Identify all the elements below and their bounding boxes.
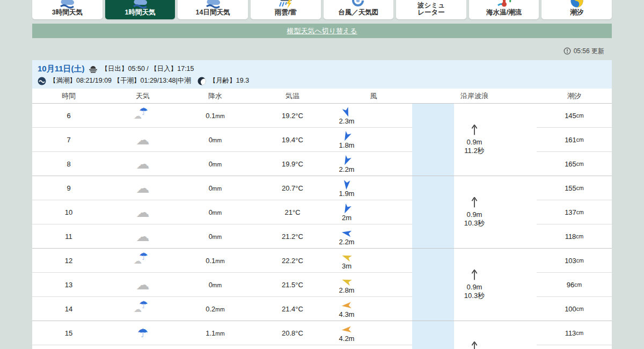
weather-14d-icon bbox=[204, 0, 222, 9]
day-header: 10月11日(土) 【日出】05:50 / 【日入】17:15 【満潮】08:2… bbox=[32, 60, 612, 89]
column-header: 気温 bbox=[250, 91, 335, 101]
forecast-group: 9☁0mm20.7°C1.9m10☁0mm21°C2m11☁0mm21.2°C2… bbox=[32, 176, 612, 249]
table-row: 6☁☂0.1mm19.2°C2.3m bbox=[32, 104, 412, 128]
time-cell: 7 bbox=[32, 136, 105, 144]
rain-icon: ☂ bbox=[105, 324, 180, 342]
time-cell: 8 bbox=[32, 160, 105, 168]
wave-height: 0.9m bbox=[464, 210, 485, 219]
weather-cell: ☁ bbox=[105, 203, 180, 221]
forecast-group: 12☁☂0.1mm22.2°C3m13☁0mm21.5°C2.8m14☁☂0.2… bbox=[32, 249, 612, 321]
sea-temp-icon bbox=[495, 0, 513, 9]
switch-to-horizontal-link[interactable]: 横型天気へ切り替える bbox=[287, 26, 357, 36]
temp-cell: 21.4°C bbox=[250, 305, 335, 313]
tab-weather-3h[interactable]: 3時間天気 bbox=[32, 0, 103, 19]
wave-height: 0.9m bbox=[464, 283, 485, 292]
table-header-row: 時間天気降水気温風沿岸波浪潮汐 bbox=[32, 89, 612, 104]
wind-speed: 2.3m bbox=[339, 118, 355, 125]
tab-wave-simulator[interactable]: 波シミュレーター bbox=[396, 0, 466, 19]
precip-cell: 0mm bbox=[180, 184, 250, 192]
tab-label: 台風／天気図 bbox=[338, 9, 378, 16]
rain-cloud-icon: ☁☂ bbox=[105, 300, 180, 318]
cloudy-icon: ☁ bbox=[105, 203, 180, 221]
coastal-wave-cell: 0.9m10.3秒 bbox=[412, 176, 537, 248]
wave-direction-icon bbox=[464, 269, 485, 283]
tab-weather-14d[interactable]: 14日間天気 bbox=[178, 0, 248, 19]
column-header: 時間 bbox=[32, 91, 105, 101]
table-row: 13☁0mm21.5°C2.8m bbox=[32, 273, 412, 297]
wind-speed: 2.8m bbox=[339, 287, 355, 294]
wind-cell: 1.9m bbox=[335, 179, 412, 197]
wind-cell: 2.2m bbox=[335, 228, 412, 245]
time-cell: 14 bbox=[32, 305, 105, 313]
tide-cell: 96cm bbox=[537, 273, 612, 297]
wave-period: 10.3秒 bbox=[464, 219, 485, 228]
temp-cell: 22.2°C bbox=[250, 257, 335, 265]
precip-cell: 0.1mm bbox=[180, 257, 250, 265]
weather-cell: ☁ bbox=[105, 179, 180, 197]
forecast-group: 15☂1.1mm20.8°C4.2m16☂1.4mm20.3°C4.3m113c… bbox=[32, 321, 612, 349]
rain-cloud-icon: ☁☂ bbox=[105, 251, 180, 270]
wind-speed: 4.3m bbox=[339, 311, 355, 318]
table-row: 16☂1.4mm20.3°C4.3m bbox=[32, 345, 412, 349]
wave-height-band bbox=[412, 176, 454, 248]
table-row: 15☂1.1mm20.8°C4.2m bbox=[32, 321, 412, 345]
tide-cell: 103cm bbox=[537, 249, 612, 273]
column-header: 降水 bbox=[180, 91, 250, 101]
tide-cell: 161cm bbox=[537, 128, 612, 152]
column-header: 天気 bbox=[105, 91, 180, 101]
cloudy-icon: ☁ bbox=[105, 155, 180, 173]
tab-label: 潮汐 bbox=[570, 9, 583, 16]
column-header: 潮汐 bbox=[537, 91, 612, 101]
tide-cell: 118cm bbox=[537, 224, 612, 248]
wind-cell: 1.8m bbox=[335, 131, 412, 149]
table-row: 11☁0mm21.2°C2.2m bbox=[32, 224, 412, 248]
temp-cell: 19.4°C bbox=[250, 136, 335, 144]
temp-cell: 20.7°C bbox=[250, 184, 335, 192]
coastal-wave-cell bbox=[412, 321, 537, 349]
typhoon-icon bbox=[350, 0, 367, 9]
date-label: 10月11日(土) bbox=[38, 64, 85, 74]
coastal-wave-cell: 0.9m11.2秒 bbox=[412, 104, 537, 176]
wind-direction-icon bbox=[341, 300, 352, 311]
wind-cell: 2.2m bbox=[335, 155, 412, 173]
wind-direction-icon bbox=[341, 227, 353, 238]
wind-cell: 2.8m bbox=[335, 276, 412, 294]
wave-height: 0.9m bbox=[464, 138, 484, 147]
tab-tide[interactable]: 潮汐 bbox=[541, 0, 612, 19]
time-cell: 10 bbox=[32, 208, 105, 216]
time-cell: 12 bbox=[32, 257, 105, 265]
weather-cell: ☁ bbox=[105, 275, 180, 294]
weather-cell: ☂ bbox=[105, 324, 180, 342]
tab-typhoon[interactable]: 台風／天気図 bbox=[324, 0, 394, 19]
tide-cell: 165cm bbox=[537, 152, 612, 176]
precip-cell: 0.1mm bbox=[180, 112, 250, 120]
time-cell: 11 bbox=[32, 232, 105, 241]
wave-height-band bbox=[412, 249, 454, 321]
precip-cell: 0mm bbox=[180, 281, 250, 289]
precip-cell: 1.1mm bbox=[180, 329, 250, 337]
forecast-group: 6☁☂0.1mm19.2°C2.3m7☁0mm19.4°C1.8m8☁0mm19… bbox=[32, 104, 612, 176]
tide-times: 【満潮】08:21/19:09 【干潮】01:29/13:48|中潮 bbox=[49, 76, 191, 85]
tide-cell: 100cm bbox=[537, 297, 612, 321]
tab-label: 1時間天気 bbox=[125, 9, 155, 16]
tab-sea-temp[interactable]: 海水温/潮流 bbox=[469, 0, 539, 19]
update-time: 05:56 更新 bbox=[574, 47, 604, 56]
tab-label: 雨雲/雷 bbox=[275, 9, 297, 16]
weather-cell: ☁☂ bbox=[105, 251, 180, 270]
wind-cell: 4.3m bbox=[335, 300, 412, 318]
tab-label: 14日間天気 bbox=[196, 9, 230, 16]
precip-cell: 0mm bbox=[180, 232, 250, 241]
tide-cell: 131cm bbox=[537, 345, 612, 349]
sun-times: 【日出】05:50 / 【日入】17:15 bbox=[101, 64, 194, 74]
temp-cell: 21.2°C bbox=[250, 232, 335, 241]
wind-speed: 1.9m bbox=[339, 190, 355, 197]
tide-cell: 145cm bbox=[537, 104, 612, 128]
tab-rain-lightning[interactable]: 雨雲/雷 bbox=[251, 0, 321, 19]
tide-cell: 137cm bbox=[537, 200, 612, 224]
table-row: 10☁0mm21°C2m bbox=[32, 200, 412, 224]
rain-lightning-icon bbox=[277, 0, 294, 9]
temp-cell: 19.9°C bbox=[250, 160, 335, 168]
weather-cell: ☁ bbox=[105, 155, 180, 173]
tab-weather-1h[interactable]: 1時間天気 bbox=[105, 0, 175, 19]
wind-direction-icon bbox=[341, 324, 352, 335]
